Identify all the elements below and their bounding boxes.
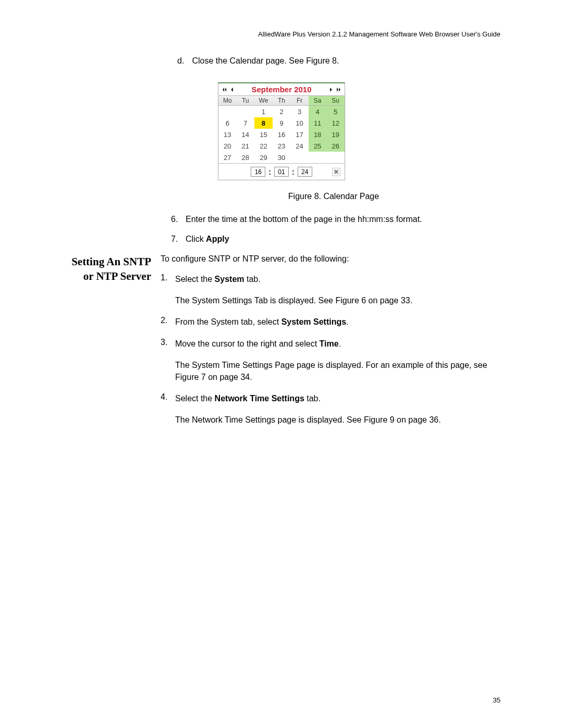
next-month-icon[interactable] (328, 86, 334, 93)
figure-caption: Figure 8. Calendar Page (167, 192, 500, 201)
calendar-date-cell[interactable]: 6 (218, 117, 237, 129)
step-number: 3. (161, 338, 175, 350)
step-text: Select the System tab. (175, 273, 261, 285)
calendar-date-cell[interactable]: 10 (290, 117, 309, 129)
step-6: 6. Enter the time at the bottom of the p… (171, 215, 500, 224)
calendar-title: September 2010 (235, 85, 328, 94)
page-number: 35 (493, 696, 500, 704)
sntp-step-3: 3. Move the cursor to the right and sele… (161, 338, 500, 350)
calendar-dow-cell: Th (273, 96, 291, 105)
step-text: Select the Network Time Settings tab. (175, 392, 321, 404)
step-number: 1. (161, 273, 175, 285)
step-subtext: The System Settings Tab is displayed. Se… (175, 294, 500, 306)
step-text: Click Apply (186, 235, 229, 244)
colon-icon: : (292, 168, 295, 176)
calendar-date-cell[interactable]: 19 (326, 129, 345, 140)
prev-year-icon[interactable] (222, 86, 228, 93)
calendar-date-cell[interactable]: 25 (309, 140, 327, 152)
step-d: d. Close the Calendar page. See Figure 8… (177, 56, 500, 66)
calendar-date-cell (218, 106, 237, 117)
calendar-date-cell[interactable]: 17 (290, 129, 309, 140)
step-d-letter: d. (177, 56, 190, 66)
calendar-date-cell (237, 106, 255, 117)
time-seconds-input[interactable] (298, 167, 312, 177)
calendar-date-cell[interactable]: 1 (254, 106, 273, 117)
close-icon[interactable]: ✕ (332, 168, 340, 176)
step-d-text: Close the Calendar page. See Figure 8. (192, 56, 339, 65)
prev-month-icon[interactable] (229, 86, 235, 93)
section-heading: Setting An SNTP or NTP Server (63, 254, 161, 436)
calendar-date-cell[interactable]: 5 (326, 106, 345, 117)
time-minutes-input[interactable] (274, 167, 289, 177)
calendar-date-cell[interactable]: 28 (237, 152, 255, 163)
step-subtext: The Network Time Settings page is displa… (175, 414, 500, 426)
calendar-date-cell[interactable]: 22 (254, 140, 273, 152)
calendar-dates: 1234567891011121314151617181920212223242… (218, 106, 345, 163)
calendar-date-cell[interactable]: 4 (309, 106, 327, 117)
calendar-date-cell[interactable]: 9 (273, 117, 291, 129)
colon-icon: : (268, 168, 271, 176)
sntp-step-1: 1. Select the System tab. (161, 273, 500, 285)
calendar-widget: September 2010 MoTuWeThFrSaSu 1234567891… (218, 82, 345, 180)
calendar-dow-cell: Tu (237, 96, 255, 105)
calendar-date-cell[interactable]: 14 (237, 129, 255, 140)
sntp-step-4: 4. Select the Network Time Settings tab. (161, 392, 500, 404)
step-7: 7. Click Apply (171, 235, 500, 244)
calendar-date-cell[interactable]: 8 (254, 117, 273, 129)
calendar-date-cell (309, 152, 327, 163)
step-number: 7. (171, 235, 186, 244)
calendar-time-row: : : ✕ (218, 163, 345, 180)
calendar-date-cell[interactable]: 23 (273, 140, 291, 152)
calendar-date-cell[interactable]: 27 (218, 152, 237, 163)
calendar-date-cell[interactable]: 24 (290, 140, 309, 152)
step-number: 4. (161, 392, 175, 404)
calendar-date-cell[interactable]: 16 (273, 129, 291, 140)
calendar-day-headers: MoTuWeThFrSaSu (218, 96, 345, 106)
sntp-step-2: 2. From the System tab, select System Se… (161, 316, 500, 328)
calendar-date-cell[interactable]: 15 (254, 129, 273, 140)
calendar-date-cell[interactable]: 3 (290, 106, 309, 117)
calendar-dow-cell: Sa (309, 96, 327, 105)
calendar-date-cell (326, 152, 345, 163)
step-subtext: The System Time Settings Page page is di… (175, 359, 500, 383)
calendar-date-cell[interactable]: 21 (237, 140, 255, 152)
step-text: Move the cursor to the right and select … (175, 338, 341, 350)
calendar-date-cell[interactable]: 7 (237, 117, 255, 129)
calendar-date-cell[interactable]: 18 (309, 129, 327, 140)
calendar-dow-cell: We (254, 96, 273, 105)
step-number: 2. (161, 316, 175, 328)
calendar-date-cell (290, 152, 309, 163)
next-year-icon[interactable] (335, 86, 341, 93)
step-number: 6. (171, 215, 186, 224)
time-hours-input[interactable] (251, 167, 265, 177)
section-intro: To configure SNTP or NTP server, do the … (161, 254, 500, 264)
calendar-date-cell[interactable]: 30 (273, 152, 291, 163)
calendar-date-cell[interactable]: 12 (326, 117, 345, 129)
step-text: Enter the time at the bottom of the page… (186, 215, 422, 224)
calendar-date-cell[interactable]: 26 (326, 140, 345, 152)
calendar-dow-cell: Su (326, 96, 345, 105)
calendar-dow-cell: Mo (218, 96, 237, 105)
calendar-date-cell[interactable]: 11 (309, 117, 327, 129)
calendar-date-cell[interactable]: 2 (273, 106, 291, 117)
calendar-date-cell[interactable]: 29 (254, 152, 273, 163)
header-text: AlliedWare Plus Version 2.1.2 Management… (258, 30, 500, 38)
calendar-date-cell[interactable]: 13 (218, 129, 237, 140)
step-text: From the System tab, select System Setti… (175, 316, 349, 328)
calendar-dow-cell: Fr (290, 96, 309, 105)
calendar-date-cell[interactable]: 20 (218, 140, 237, 152)
